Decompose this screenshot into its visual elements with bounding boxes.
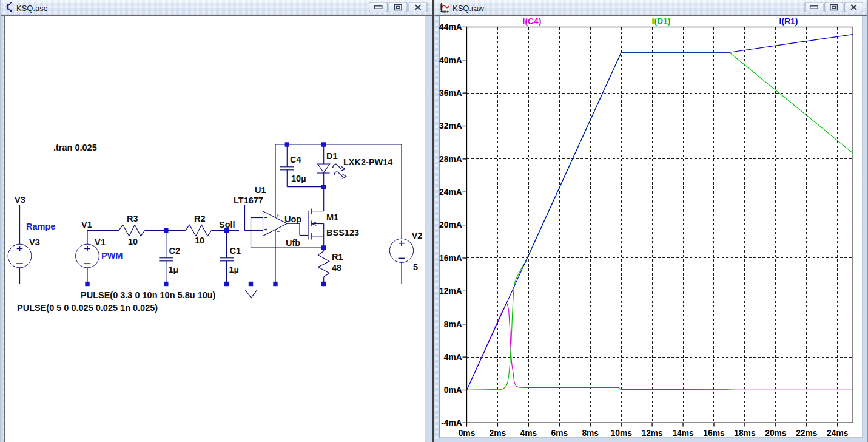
svg-text:4mA: 4mA	[444, 353, 462, 362]
svg-text:LXK2-PW14: LXK2-PW14	[343, 157, 392, 167]
svg-text:1µ: 1µ	[229, 265, 239, 274]
svg-text:Soll: Soll	[219, 220, 235, 229]
svg-text:36mA: 36mA	[439, 89, 462, 98]
svg-text:48: 48	[332, 263, 341, 273]
svg-text:PWM: PWM	[101, 251, 123, 260]
svg-text:20mA: 20mA	[439, 220, 462, 229]
svg-text:V1: V1	[95, 237, 106, 247]
svg-text:24ms: 24ms	[827, 429, 849, 438]
svg-text:R2: R2	[194, 214, 206, 223]
svg-text:D1: D1	[326, 151, 338, 161]
svg-text:C1: C1	[230, 246, 241, 256]
svg-text:PULSE(0 3.3 0 10n 10n 5.8u 10u: PULSE(0 3.3 0 10n 10n 5.8u 10u)	[81, 290, 216, 300]
svg-text:V2: V2	[412, 231, 423, 240]
svg-text:14ms: 14ms	[672, 429, 694, 438]
svg-text:20ms: 20ms	[765, 429, 787, 438]
svg-text:2ms: 2ms	[490, 429, 506, 438]
svg-text:10ms: 10ms	[611, 429, 633, 438]
svg-text:6ms: 6ms	[551, 429, 568, 438]
svg-text:Rampe: Rampe	[26, 222, 55, 231]
svg-text:12ms: 12ms	[641, 429, 663, 438]
svg-text:M1: M1	[326, 212, 338, 222]
svg-text:KSQ.asc: KSQ.asc	[16, 4, 48, 13]
svg-text:28mA: 28mA	[439, 155, 462, 164]
svg-text:4ms: 4ms	[520, 429, 537, 438]
svg-text:KSQ.raw: KSQ.raw	[453, 4, 485, 13]
svg-text:I(R1): I(R1)	[779, 16, 798, 26]
svg-text:V3: V3	[15, 195, 25, 205]
svg-text:22ms: 22ms	[796, 429, 818, 438]
svg-text:0ms: 0ms	[459, 429, 476, 438]
svg-text:-4mA: -4mA	[441, 418, 462, 427]
svg-text:U1: U1	[255, 185, 266, 195]
svg-text:10: 10	[195, 236, 204, 245]
svg-text:8mA: 8mA	[444, 320, 462, 329]
svg-text:18ms: 18ms	[734, 429, 756, 438]
svg-text:C4: C4	[290, 155, 301, 165]
svg-text:24mA: 24mA	[439, 188, 462, 197]
svg-text:PULSE(0 5 0 0.025 0.025 1n 0.0: PULSE(0 5 0 0.025 0.025 1n 0.025)	[17, 303, 158, 313]
svg-text:10: 10	[128, 237, 138, 246]
svg-text:10µ: 10µ	[291, 174, 306, 183]
svg-text:R1: R1	[332, 252, 343, 262]
svg-text:BSS123: BSS123	[326, 228, 359, 237]
svg-text:R3: R3	[127, 214, 138, 223]
svg-text:40mA: 40mA	[439, 56, 462, 65]
svg-text:I(D1): I(D1)	[652, 16, 671, 26]
svg-text:44mA: 44mA	[439, 22, 462, 32]
svg-text:V3: V3	[29, 237, 40, 247]
svg-text:0mA: 0mA	[444, 386, 462, 395]
svg-text:LT1677: LT1677	[234, 195, 263, 205]
svg-text:Uop: Uop	[284, 214, 301, 224]
svg-text:16mA: 16mA	[439, 254, 462, 263]
svg-text:5: 5	[413, 262, 418, 272]
svg-text:V1: V1	[81, 220, 92, 229]
svg-text:1µ: 1µ	[169, 265, 178, 274]
svg-text:Ufb: Ufb	[286, 238, 300, 248]
svg-text:12mA: 12mA	[439, 287, 462, 296]
svg-text:32mA: 32mA	[439, 121, 462, 131]
svg-text:.tran 0.025: .tran 0.025	[53, 143, 97, 152]
svg-text:C2: C2	[169, 246, 181, 256]
svg-text:16ms: 16ms	[703, 429, 725, 438]
svg-text:8ms: 8ms	[582, 429, 599, 438]
svg-text:I(C4): I(C4)	[523, 16, 542, 26]
